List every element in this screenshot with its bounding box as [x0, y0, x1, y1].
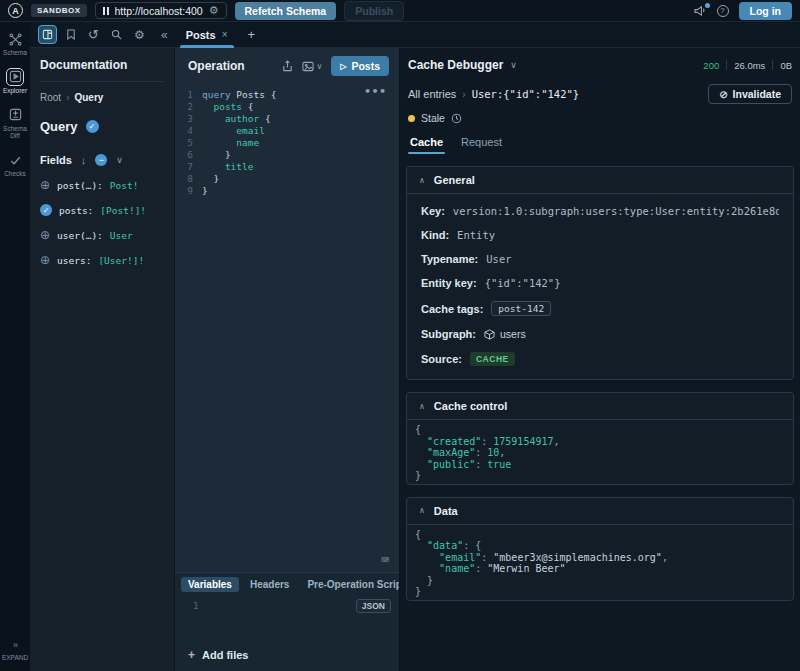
connection-settings-gear-icon[interactable]: ⚙ — [209, 5, 219, 16]
slash-circle-icon: ⊘ — [719, 89, 727, 100]
code-text: email — [202, 125, 265, 137]
tab-close-icon[interactable]: × — [222, 29, 228, 40]
field-type[interactable]: Post! — [110, 180, 139, 191]
general-section-header[interactable]: ∧ General — [407, 167, 793, 194]
footer-tab-headers[interactable]: Headers — [243, 577, 296, 592]
expand-button[interactable]: » EXPAND — [2, 640, 28, 661]
cache-debugger-title: Cache Debugger — [408, 58, 503, 72]
query-editor[interactable]: 1query Posts {2 posts {3 author {4 email… — [175, 84, 399, 572]
document-panel-icon[interactable] — [38, 25, 57, 44]
deselect-all-icon[interactable]: − — [95, 154, 107, 166]
field-row[interactable]: ⊕user(…):User — [40, 229, 164, 241]
line-number: 3 — [175, 113, 193, 125]
footer-tab-pre-operation-script[interactable]: Pre-Operation Script — [300, 577, 399, 592]
endpoint-url[interactable]: http://localhost:4000/ — [115, 5, 203, 17]
sidebar-item-label: Checks — [4, 170, 26, 178]
chevron-down-icon[interactable]: ∨ — [116, 155, 123, 165]
section-title: General — [434, 174, 475, 186]
field-row[interactable]: ⊕post(…):Post! — [40, 179, 164, 191]
operation-footer: VariablesHeadersPre-Operation ScriptPost… — [175, 572, 399, 671]
cache-tag-chip[interactable]: post-142 — [491, 301, 551, 316]
share-icon[interactable] — [282, 60, 293, 72]
cache-control-line: "maxAge": 10, — [415, 447, 793, 459]
field-row[interactable]: ✓posts:[Post!]! — [40, 204, 164, 216]
code-text: posts { — [202, 101, 254, 113]
login-button[interactable]: Log in — [739, 2, 793, 20]
field-row[interactable]: ⊕users:[User!]! — [40, 254, 164, 266]
help-icon[interactable]: ? — [717, 5, 729, 17]
tab-request[interactable]: Request — [461, 136, 502, 154]
code-line: 6 } — [175, 149, 399, 161]
collapse-panel-icon[interactable]: « — [161, 28, 168, 42]
cache-control-section-header[interactable]: ∧ Cache control — [407, 393, 793, 420]
refetch-schema-button[interactable]: Refetch Schema — [235, 2, 337, 20]
line-overflow-menu-icon[interactable]: ••• — [364, 86, 387, 98]
publish-button[interactable]: Publish — [344, 1, 404, 21]
subgraph-value[interactable]: users — [484, 328, 526, 340]
keyboard-shortcuts-icon[interactable]: ⌨ — [381, 554, 389, 566]
panel-select-chevron-icon[interactable]: ∨ — [510, 60, 517, 70]
section-title: Cache control — [434, 400, 507, 412]
data-section-header[interactable]: ∧ Data — [407, 498, 793, 525]
new-tab-button[interactable]: + — [240, 27, 264, 42]
sidebar-item-schema-diff[interactable]: Schema Diff — [0, 108, 30, 141]
footer-tab-variables[interactable]: Variables — [181, 577, 239, 592]
code-text: name — [202, 137, 259, 149]
field-selected-check-icon[interactable]: ✓ — [40, 204, 52, 216]
clock-icon[interactable] — [451, 113, 462, 124]
general-row: Kind:Entity — [421, 229, 779, 241]
code-line: 7 title — [175, 161, 399, 173]
tab-cache[interactable]: Cache — [410, 136, 443, 154]
fields-list: ⊕post(…):Post!✓posts:[Post!]!⊕user(…):Us… — [40, 179, 164, 266]
run-operation-button[interactable]: ▷ Posts — [331, 56, 389, 76]
search-icon[interactable] — [107, 25, 126, 44]
variables-editor[interactable]: 1 JSON — [175, 596, 399, 639]
data-line: { — [415, 529, 793, 541]
field-add-icon[interactable]: ⊕ — [40, 254, 50, 266]
chevron-right-icon: › — [66, 92, 69, 103]
sidebar-item-checks[interactable]: Checks — [0, 153, 30, 178]
export-image-icon[interactable]: ∨ — [302, 61, 322, 72]
operation-tab-posts[interactable]: Posts × — [178, 22, 236, 48]
cache-control-line: { — [415, 424, 793, 436]
data-line: "name": "Merwin Beer" — [415, 563, 793, 575]
settings-gear-icon[interactable]: ⚙ — [130, 25, 149, 44]
chevron-down-icon[interactable]: ∨ — [316, 62, 322, 71]
bookmark-icon[interactable] — [61, 25, 80, 44]
sidebar-item-schema[interactable]: Schema — [0, 32, 30, 57]
sidebar-item-explorer[interactable]: Explorer — [0, 70, 30, 95]
field-type[interactable]: [Post!]! — [100, 205, 146, 216]
code-line: 4 email — [175, 125, 399, 137]
sort-arrow-down-icon[interactable]: ↓ — [81, 154, 87, 166]
apollo-logo[interactable]: A — [8, 3, 23, 18]
cube-icon — [484, 329, 495, 340]
announcements-megaphone-icon[interactable] — [694, 5, 707, 16]
endpoint-url-bar[interactable]: http://localhost:4000/ ⚙ — [95, 2, 227, 19]
chevron-up-icon: ∧ — [419, 506, 425, 515]
type-selected-check-icon[interactable]: ✓ — [86, 120, 99, 133]
add-files-button[interactable]: + Add files — [175, 639, 399, 671]
field-add-icon[interactable]: ⊕ — [40, 179, 50, 191]
general-row-value: User — [486, 253, 511, 265]
chevron-right-double-icon: » — [13, 640, 17, 650]
history-icon[interactable]: ↺ — [84, 25, 103, 44]
pause-icon[interactable] — [103, 7, 109, 15]
field-type[interactable]: [User!]! — [98, 255, 144, 266]
field-type[interactable]: User — [110, 230, 133, 241]
general-row-label: Key: — [421, 205, 445, 217]
all-entries-link[interactable]: All entries — [408, 88, 456, 100]
line-number: 2 — [175, 101, 193, 113]
data-json: { "data": { "email": "mbeer3x@simplemach… — [407, 525, 793, 600]
schema-diff-icon — [8, 108, 22, 122]
breadcrumb-root[interactable]: Root — [40, 92, 61, 103]
status-code: 200 — [703, 60, 719, 71]
data-line: "data": { — [415, 540, 793, 552]
code-text: author { — [202, 113, 271, 125]
operation-panel: Operation ∨ ▷ Posts — [175, 48, 400, 671]
data-line: } — [415, 586, 793, 598]
json-mode-badge[interactable]: JSON — [356, 599, 391, 613]
code-line: 2 posts { — [175, 101, 399, 113]
response-metrics: 200 26.0ms 0B — [703, 60, 792, 71]
invalidate-button[interactable]: ⊘ Invalidate — [708, 84, 792, 104]
field-add-icon[interactable]: ⊕ — [40, 229, 50, 241]
